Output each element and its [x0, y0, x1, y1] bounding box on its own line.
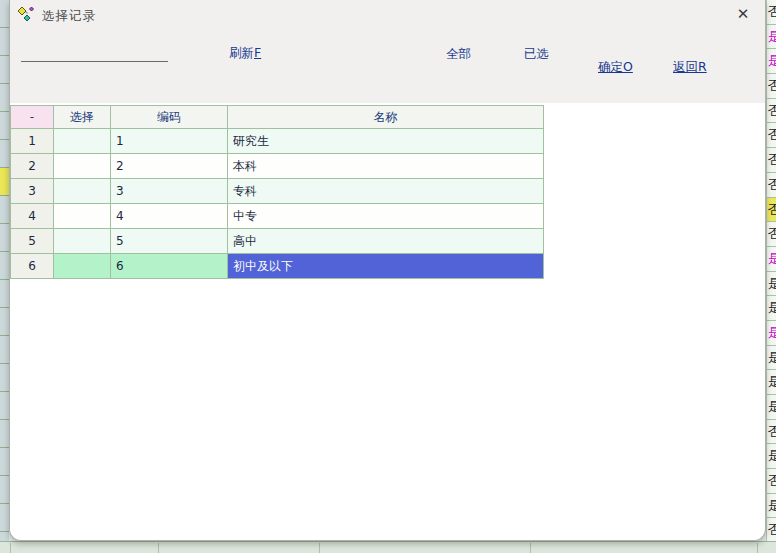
- row-number-cell[interactable]: 5: [11, 229, 54, 254]
- bg-cell-value: 是: [767, 346, 776, 371]
- record-table: - 选择 编码 名称 1 1 研究生 2 2 本科 3 3: [10, 105, 544, 279]
- select-cell[interactable]: [54, 129, 111, 154]
- name-cell[interactable]: 研究生: [228, 129, 544, 154]
- name-cell[interactable]: 初中及以下: [228, 254, 544, 279]
- bg-cell: [0, 56, 9, 84]
- bg-grid-line: [319, 543, 320, 553]
- bg-cell: [0, 112, 9, 140]
- row-number-cell[interactable]: 6: [11, 254, 54, 279]
- bg-grid-line: [757, 543, 758, 553]
- background-left-strip: [0, 0, 9, 553]
- back-button[interactable]: 返回R: [673, 59, 707, 76]
- name-cell[interactable]: 中专: [228, 204, 544, 229]
- bg-cell: [0, 448, 9, 476]
- bg-cell-value: 否: [767, 148, 776, 173]
- bg-cell-value: 否: [767, 222, 776, 247]
- table-row[interactable]: 2 2 本科: [11, 154, 544, 179]
- bg-cell-value: 是: [767, 494, 776, 519]
- row-number-cell[interactable]: 2: [11, 154, 54, 179]
- bg-cell: [0, 224, 9, 252]
- bg-cell: [0, 504, 9, 532]
- bg-cell-value: 否: [767, 74, 776, 99]
- bg-cell: [0, 308, 9, 336]
- refresh-label: 刷新: [229, 45, 254, 60]
- header-name[interactable]: 名称: [228, 106, 544, 129]
- screen: { "window": { "title": "选择记录", "close_gl…: [0, 0, 776, 553]
- background-bottom-strip: [0, 541, 776, 553]
- dialog-title: 选择记录: [42, 8, 96, 25]
- table-row[interactable]: 5 5 高中: [11, 229, 544, 254]
- bg-right-column: 否是是否否否否否否否是是是是是是是否是否是否: [766, 0, 776, 553]
- bg-cell-value: 是: [767, 247, 776, 272]
- search-input[interactable]: [21, 46, 168, 62]
- select-cell[interactable]: [54, 254, 111, 279]
- selected-button[interactable]: 已选: [524, 46, 549, 63]
- header-code[interactable]: 编码: [111, 106, 228, 129]
- bg-cell: [0, 392, 9, 420]
- bg-grid-line: [158, 543, 159, 553]
- bg-cell-value: 否: [767, 420, 776, 445]
- code-cell[interactable]: 3: [111, 179, 228, 204]
- code-cell[interactable]: 4: [111, 204, 228, 229]
- refresh-hotkey: F: [254, 45, 261, 60]
- select-cell[interactable]: [54, 179, 111, 204]
- select-cell[interactable]: [54, 154, 111, 179]
- table-row-selected[interactable]: 6 6 初中及以下: [11, 254, 544, 279]
- bg-cell: [0, 196, 9, 224]
- bg-cell: [0, 84, 9, 112]
- dialog-header: 选择记录 ✕ 刷新F 全部 已选 确定O 返回R: [10, 0, 765, 103]
- bg-cell-value: 否: [767, 0, 776, 25]
- bg-cell-value: 是: [767, 395, 776, 420]
- code-cell[interactable]: 1: [111, 129, 228, 154]
- row-number-cell[interactable]: 4: [11, 204, 54, 229]
- code-cell[interactable]: 5: [111, 229, 228, 254]
- bg-cell: [0, 252, 9, 280]
- bg-cell: [0, 28, 9, 56]
- bg-cell-value: 是: [767, 370, 776, 395]
- all-button[interactable]: 全部: [446, 46, 471, 63]
- row-number-cell[interactable]: 3: [11, 179, 54, 204]
- select-cell[interactable]: [54, 229, 111, 254]
- row-number-cell[interactable]: 1: [11, 129, 54, 154]
- bg-cell-value: 是: [767, 321, 776, 346]
- bg-cell: [0, 364, 9, 392]
- bg-cell-value: 否: [767, 518, 776, 543]
- bg-grid-line: [530, 543, 531, 553]
- code-cell[interactable]: 2: [111, 154, 228, 179]
- bg-cell-value: 否: [767, 469, 776, 494]
- bg-cell-value: 否: [767, 173, 776, 198]
- name-cell[interactable]: 专科: [228, 179, 544, 204]
- bg-cell-value: 否: [767, 198, 776, 223]
- bg-cell-value: 是: [767, 25, 776, 50]
- bg-cell: [0, 168, 9, 196]
- bg-cell-value: 否: [767, 123, 776, 148]
- records-diamond-icon: [16, 6, 36, 27]
- name-cell[interactable]: 本科: [228, 154, 544, 179]
- bg-cell: [0, 0, 9, 28]
- bg-cell-value: 否: [767, 99, 776, 124]
- bg-cell-value: 是: [767, 272, 776, 297]
- bg-cell: [0, 420, 9, 448]
- bg-cell: [0, 280, 9, 308]
- bg-cell-value: 是: [767, 296, 776, 321]
- header-dash[interactable]: -: [11, 106, 54, 129]
- bg-grid-line: [10, 543, 11, 553]
- header-select[interactable]: 选择: [54, 106, 111, 129]
- select-record-dialog: 选择记录 ✕ 刷新F 全部 已选 确定O 返回R - 选择 编码 名称 1 1: [9, 0, 766, 541]
- code-cell[interactable]: 6: [111, 254, 228, 279]
- bg-cell-value: 是: [767, 49, 776, 74]
- bg-cell: [0, 140, 9, 168]
- bg-cell: [0, 476, 9, 504]
- close-icon[interactable]: ✕: [734, 5, 752, 23]
- table-header-row: - 选择 编码 名称: [11, 106, 544, 129]
- select-cell[interactable]: [54, 204, 111, 229]
- table-row[interactable]: 4 4 中专: [11, 204, 544, 229]
- name-cell[interactable]: 高中: [228, 229, 544, 254]
- title-bar: 选择记录: [16, 6, 96, 26]
- bg-cell-value: 是: [767, 444, 776, 469]
- bg-cell: [0, 336, 9, 364]
- table-row[interactable]: 1 1 研究生: [11, 129, 544, 154]
- table-row[interactable]: 3 3 专科: [11, 179, 544, 204]
- ok-button[interactable]: 确定O: [598, 59, 633, 76]
- refresh-button[interactable]: 刷新F: [229, 45, 261, 62]
